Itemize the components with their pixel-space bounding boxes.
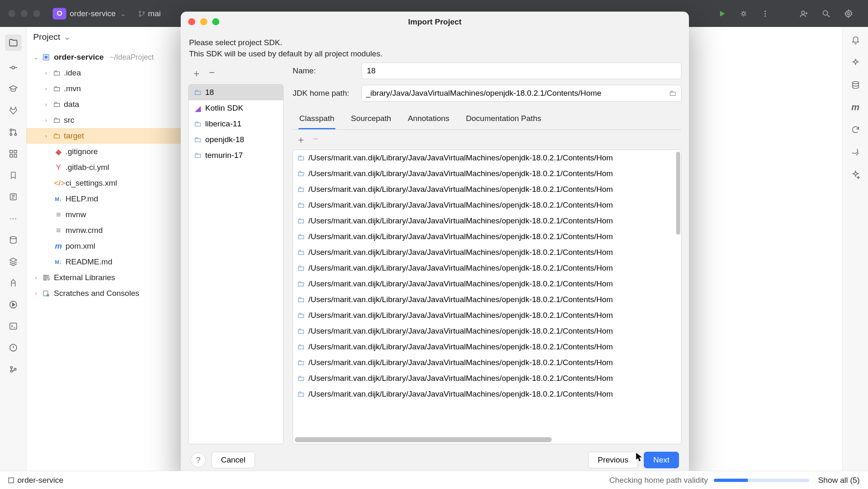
chevron-down-icon[interactable]: ⌄ xyxy=(32,54,40,61)
pull-requests-icon[interactable] xyxy=(8,127,18,137)
sdk-path-input[interactable] xyxy=(366,89,669,98)
problems-icon[interactable] xyxy=(8,343,18,353)
services-icon[interactable] xyxy=(8,300,18,310)
chevron-down-icon[interactable]: ⌄ xyxy=(63,32,71,42)
tree-folder[interactable]: ›🗀.idea xyxy=(27,65,182,81)
more-tool-icon[interactable]: ⋯ xyxy=(8,213,18,223)
minimize-icon[interactable] xyxy=(200,18,207,25)
persistence-icon[interactable] xyxy=(8,192,18,202)
add-classpath-button[interactable]: ＋ xyxy=(296,133,306,146)
tree-file[interactable]: ≡mvnw.cmd xyxy=(27,223,182,238)
project-name[interactable]: order-service xyxy=(70,9,116,18)
commit-icon[interactable] xyxy=(8,63,18,73)
debug-icon[interactable] xyxy=(739,10,748,18)
close-icon[interactable] xyxy=(188,18,195,25)
more-icon[interactable] xyxy=(761,10,769,18)
chevron-right-icon[interactable]: › xyxy=(42,101,50,108)
minimize-icon[interactable] xyxy=(21,10,28,17)
chevron-right-icon[interactable]: › xyxy=(42,70,50,76)
classpath-item[interactable]: 🗀/Users/marit.van.dijk/Library/Java/Java… xyxy=(293,292,681,307)
project-tool-icon[interactable] xyxy=(5,34,22,51)
run-icon[interactable] xyxy=(718,10,726,18)
learn-icon[interactable] xyxy=(8,84,18,94)
next-button[interactable]: Next xyxy=(644,452,679,468)
browse-folder-icon[interactable]: 🗀 xyxy=(669,89,677,98)
chevron-right-icon[interactable]: › xyxy=(32,290,40,297)
layers-icon[interactable] xyxy=(8,257,18,266)
remove-sdk-button[interactable]: − xyxy=(209,67,215,80)
sdk-item[interactable]: 🗀liberica-11 xyxy=(189,116,283,132)
classpath-item[interactable]: 🗀/Users/marit.van.dijk/Library/Java/Java… xyxy=(293,323,681,339)
sdk-item[interactable]: 🗀18 xyxy=(189,85,283,100)
tree-file[interactable]: ≡mvnw xyxy=(27,207,182,223)
notifications-icon[interactable] xyxy=(851,35,861,45)
classpath-item[interactable]: 🗀/Users/marit.van.dijk/Library/Java/Java… xyxy=(293,260,681,276)
classpath-item[interactable]: 🗀/Users/marit.van.dijk/Library/Java/Java… xyxy=(293,355,681,370)
branch-name[interactable]: mai xyxy=(148,9,161,18)
help-button[interactable]: ? xyxy=(191,453,206,467)
classpath-item[interactable]: 🗀/Users/marit.van.dijk/Library/Java/Java… xyxy=(293,213,681,229)
vertical-scrollbar[interactable] xyxy=(676,152,680,235)
tree-file[interactable]: ◆.gitignore xyxy=(27,144,182,160)
tree-file[interactable]: </>ci_settings.xml xyxy=(27,175,182,191)
gitlab-icon[interactable] xyxy=(8,106,18,116)
sdk-name-input[interactable] xyxy=(361,63,681,79)
chevron-right-icon[interactable]: › xyxy=(42,117,50,123)
tree-folder-target[interactable]: ›🗀target xyxy=(27,128,182,144)
tab-sourcepath[interactable]: Sourcepath xyxy=(350,111,392,129)
tree-file[interactable]: Y.gitlab-ci.yml xyxy=(27,160,182,175)
chevron-down-icon[interactable]: ⌄ xyxy=(120,9,126,18)
tab-classpath[interactable]: Classpath xyxy=(298,111,335,129)
classpath-item[interactable]: 🗀/Users/marit.van.dijk/Library/Java/Java… xyxy=(293,370,681,386)
classpath-item[interactable]: 🗀/Users/marit.van.dijk/Library/Java/Java… xyxy=(293,244,681,260)
sdk-item[interactable]: ◢Kotlin SDK xyxy=(189,100,283,116)
db-tool-icon[interactable] xyxy=(8,235,18,245)
status-left[interactable]: order-service xyxy=(8,476,63,485)
sdk-item[interactable]: 🗀temurin-17 xyxy=(189,148,283,163)
tab-documentation[interactable]: Documentation Paths xyxy=(465,111,542,129)
coverage-icon[interactable] xyxy=(851,147,861,157)
tab-annotations[interactable]: Annotations xyxy=(407,111,450,129)
cancel-button[interactable]: Cancel xyxy=(211,452,255,468)
classpath-item[interactable]: 🗀/Users/marit.van.dijk/Library/Java/Java… xyxy=(293,339,681,355)
classpath-item[interactable]: 🗀/Users/marit.van.dijk/Library/Java/Java… xyxy=(293,276,681,292)
classpath-item[interactable]: 🗀/Users/marit.van.dijk/Library/Java/Java… xyxy=(293,229,681,244)
classpath-item[interactable]: 🗀/Users/marit.van.dijk/Library/Java/Java… xyxy=(293,150,681,166)
panel-header[interactable]: Project ⌄ xyxy=(27,27,182,47)
structure-icon[interactable] xyxy=(8,149,18,159)
chevron-right-icon[interactable]: › xyxy=(32,274,40,281)
ai-icon[interactable] xyxy=(851,58,861,68)
maven-icon[interactable]: m xyxy=(851,102,861,112)
add-sdk-button[interactable]: ＋ xyxy=(192,67,201,80)
tree-file[interactable]: M↓README.md xyxy=(27,254,182,270)
tree-file[interactable]: M↓HELP.md xyxy=(27,191,182,207)
build-icon[interactable] xyxy=(8,278,18,288)
classpath-item[interactable]: 🗀/Users/marit.van.dijk/Library/Java/Java… xyxy=(293,386,681,402)
close-icon[interactable] xyxy=(8,10,15,17)
tree-folder[interactable]: ›🗀src xyxy=(27,112,182,128)
tree-file[interactable]: mpom.xml xyxy=(27,238,182,254)
database-icon[interactable] xyxy=(851,80,861,90)
code-with-me-icon[interactable] xyxy=(799,9,808,18)
classpath-item[interactable]: 🗀/Users/marit.van.dijk/Library/Java/Java… xyxy=(293,182,681,197)
settings-icon[interactable] xyxy=(844,9,853,18)
bookmarks-icon[interactable] xyxy=(8,170,18,180)
terminal-icon[interactable] xyxy=(8,321,18,331)
tree-external-libs[interactable]: ›External Libraries xyxy=(27,270,182,286)
ai-actions-icon[interactable] xyxy=(851,169,861,179)
maximize-icon[interactable] xyxy=(212,18,219,25)
show-all-link[interactable]: Show all (5) xyxy=(818,476,860,485)
horizontal-scrollbar[interactable] xyxy=(295,437,552,442)
previous-button[interactable]: Previous xyxy=(588,452,638,468)
tree-folder[interactable]: ›🗀data xyxy=(27,97,182,112)
sdk-item[interactable]: 🗀openjdk-18 xyxy=(189,132,283,148)
chevron-right-icon[interactable]: › xyxy=(42,85,50,92)
tree-scratches[interactable]: ›Scratches and Consoles xyxy=(27,286,182,301)
reload-icon[interactable] xyxy=(851,125,861,135)
classpath-item[interactable]: 🗀/Users/marit.van.dijk/Library/Java/Java… xyxy=(293,197,681,213)
remove-classpath-button[interactable]: − xyxy=(313,133,318,146)
search-icon[interactable] xyxy=(822,9,831,18)
tree-root[interactable]: ⌄ order-service ~/IdeaProject xyxy=(27,49,182,65)
progress-bar[interactable] xyxy=(714,479,809,482)
maximize-icon[interactable] xyxy=(33,10,40,17)
